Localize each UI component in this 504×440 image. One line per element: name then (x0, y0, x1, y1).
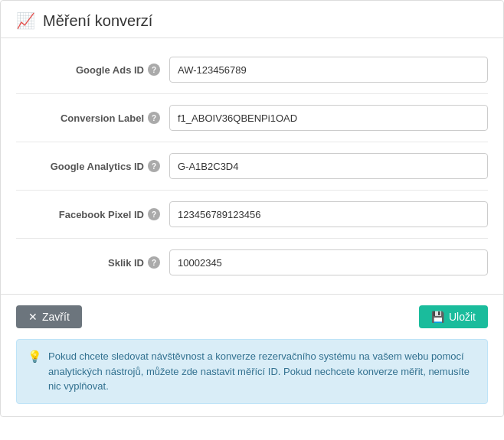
info-text: Pokud chcete sledovat návštěvnost a konv… (48, 349, 476, 394)
info-box: 💡 Pokud chcete sledovat návštěvnost a ko… (16, 339, 488, 404)
help-icon-facebook-pixel-id[interactable]: ? (148, 208, 160, 220)
help-icon-google-analytics-id[interactable]: ? (148, 160, 160, 172)
help-icon-sklik-id[interactable]: ? (148, 256, 160, 269)
form-row-google-analytics-id: Google Analytics ID ? (16, 142, 488, 191)
save-button[interactable]: 💾 Uložit (419, 305, 488, 328)
label-google-ads-id: Google Ads ID (76, 64, 144, 76)
main-container: 📈 Měření konverzí Google Ads ID ? Conver… (0, 0, 504, 417)
form-row-sklik-id: Sklik ID ? (16, 239, 488, 286)
save-icon: 💾 (431, 311, 444, 323)
label-group-facebook-pixel-id: Facebook Pixel ID ? (16, 208, 169, 220)
label-google-analytics-id: Google Analytics ID (51, 161, 144, 172)
form-area: Google Ads ID ? Conversion Label ? Googl… (1, 38, 503, 294)
help-icon-google-ads-id[interactable]: ? (148, 64, 160, 76)
form-row-conversion-label: Conversion Label ? (16, 94, 488, 142)
close-button[interactable]: ✕ Zavřít (16, 305, 82, 328)
chart-icon: 📈 (16, 11, 35, 30)
label-conversion-label: Conversion Label (61, 112, 144, 124)
close-label: Zavřít (42, 311, 70, 323)
label-sklik-id: Sklik ID (108, 257, 144, 269)
input-facebook-pixel-id[interactable] (169, 201, 488, 227)
label-group-conversion-label: Conversion Label ? (16, 112, 169, 124)
page-title: Měření konverzí (43, 12, 152, 30)
label-group-google-analytics-id: Google Analytics ID ? (16, 160, 169, 172)
label-facebook-pixel-id: Facebook Pixel ID (59, 209, 144, 220)
form-row-facebook-pixel-id: Facebook Pixel ID ? (16, 191, 488, 239)
input-sklik-id[interactable] (169, 249, 488, 275)
save-label: Uložit (449, 311, 476, 323)
help-icon-conversion-label[interactable]: ? (148, 112, 160, 124)
input-google-ads-id[interactable] (169, 57, 488, 83)
page-header: 📈 Měření konverzí (1, 1, 503, 38)
info-icon: 💡 (28, 350, 42, 363)
form-row-google-ads-id: Google Ads ID ? (16, 46, 488, 94)
label-group-google-ads-id: Google Ads ID ? (16, 64, 169, 76)
button-row: ✕ Zavřít 💾 Uložit (1, 294, 503, 339)
label-group-sklik-id: Sklik ID ? (16, 256, 169, 269)
input-google-analytics-id[interactable] (169, 153, 488, 179)
input-conversion-label[interactable] (169, 105, 488, 131)
close-x-icon: ✕ (28, 311, 38, 323)
